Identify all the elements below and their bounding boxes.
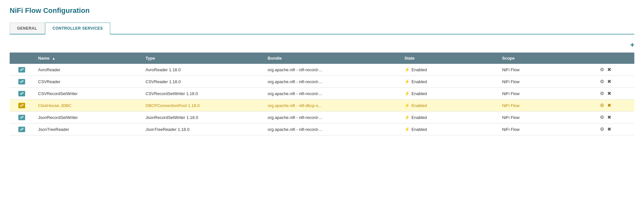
configure-icon[interactable]: ⚙	[600, 91, 604, 96]
disable-icon[interactable]: ✖	[607, 102, 611, 108]
state-lightning-icon: ⚡	[404, 79, 410, 84]
row-state: ⚡ Enabled	[400, 76, 497, 88]
col-name[interactable]: Name ▲	[34, 53, 141, 64]
disable-icon[interactable]: ✖	[607, 79, 611, 84]
state-lightning-icon: ⚡	[404, 115, 410, 120]
tab-general[interactable]: GENERAL	[10, 23, 44, 34]
configure-icon[interactable]: ⚙	[600, 102, 604, 108]
row-bundle: org.apache.nifi - nifi-record-...	[263, 123, 400, 135]
row-bundle: org.apache.nifi - nifi-record-...	[263, 76, 400, 88]
state-label: Enabled	[411, 67, 427, 72]
row-state: ⚡ Enabled	[400, 100, 497, 112]
row-bundle: org.apache.nifi - nifi-record-...	[263, 64, 400, 76]
row-actions: ⚙ ✖	[595, 100, 634, 112]
row-scope: NiFi Flow	[497, 76, 595, 88]
disable-icon[interactable]: ✖	[607, 67, 611, 73]
row-actions: ⚙ ✖	[595, 112, 634, 123]
state-label: Enabled	[411, 91, 427, 96]
row-service-icon: ☍	[10, 123, 34, 135]
state-label: Enabled	[411, 79, 427, 84]
state-lightning-icon: ⚡	[404, 91, 410, 96]
table-row[interactable]: ☍ ClickHouse JDBC DBCPConnectionPool 1.1…	[10, 100, 634, 112]
row-scope: NiFi Flow	[497, 64, 595, 76]
configure-icon[interactable]: ⚙	[600, 126, 604, 132]
state-label: Enabled	[411, 103, 427, 108]
row-name: ClickHouse JDBC	[34, 100, 141, 112]
tabs-bar: GENERAL CONTROLLER SERVICES	[10, 23, 634, 34]
row-name: JsonTreeReader	[34, 123, 141, 135]
row-actions: ⚙ ✖	[595, 64, 634, 76]
row-service-icon: ☍	[10, 88, 34, 100]
col-scope: Scope	[497, 53, 595, 64]
table-row[interactable]: ☍ CSVRecordSetWriter CSVRecordSetWriter …	[10, 88, 634, 100]
table-row[interactable]: ☍ AvroReader AvroReader 1.18.0 org.apach…	[10, 64, 634, 76]
row-scope: NiFi Flow	[497, 123, 595, 135]
row-state: ⚡ Enabled	[400, 112, 497, 123]
state-lightning-icon: ⚡	[404, 103, 410, 108]
row-service-icon: ☍	[10, 76, 34, 88]
toolbar: +	[10, 41, 634, 49]
configure-icon[interactable]: ⚙	[600, 79, 604, 84]
row-name: AvroReader	[34, 64, 141, 76]
row-type: JsonTreeReader 1.18.0	[141, 123, 263, 135]
col-state: State	[400, 53, 497, 64]
row-service-icon: ☍	[10, 112, 34, 123]
row-actions: ⚙ ✖	[595, 123, 634, 135]
row-state: ⚡ Enabled	[400, 123, 497, 135]
page-title: NiFi Flow Configuration	[10, 6, 634, 15]
row-type: AvroReader 1.18.0	[141, 64, 263, 76]
row-service-icon: ☍	[10, 100, 34, 112]
page-container: NiFi Flow Configuration GENERAL CONTROLL…	[0, 0, 644, 142]
table-row[interactable]: ☍ JsonRecordSetWriter JsonRecordSetWrite…	[10, 112, 634, 123]
row-name: CSVRecordSetWriter	[34, 88, 141, 100]
state-lightning-icon: ⚡	[404, 67, 410, 72]
disable-icon[interactable]: ✖	[607, 91, 611, 96]
row-state: ⚡ Enabled	[400, 64, 497, 76]
configure-icon[interactable]: ⚙	[600, 114, 604, 120]
add-button[interactable]: +	[630, 41, 634, 49]
services-table: Name ▲ Type Bundle State Scope ☍ AvroRea…	[10, 53, 634, 135]
row-scope: NiFi Flow	[497, 100, 595, 112]
col-bundle: Bundle	[263, 53, 400, 64]
col-actions	[595, 53, 634, 64]
row-scope: NiFi Flow	[497, 88, 595, 100]
row-name: CSVReader	[34, 76, 141, 88]
table-row[interactable]: ☍ CSVReader CSVReader 1.18.0 org.apache.…	[10, 76, 634, 88]
row-bundle: org.apache.nifi - nifi-record-...	[263, 88, 400, 100]
col-type: Type	[141, 53, 263, 64]
row-actions: ⚙ ✖	[595, 88, 634, 100]
state-lightning-icon: ⚡	[404, 127, 410, 132]
state-label: Enabled	[411, 127, 427, 132]
row-service-icon: ☍	[10, 64, 34, 76]
row-type: DBCPConnectionPool 1.18.0	[141, 100, 263, 112]
row-actions: ⚙ ✖	[595, 76, 634, 88]
disable-icon[interactable]: ✖	[607, 126, 611, 132]
row-type: JsonRecordSetWriter 1.18.0	[141, 112, 263, 123]
sort-arrow-name: ▲	[52, 56, 55, 60]
row-bundle: org.apache.nifi - nifi-record-...	[263, 112, 400, 123]
configure-icon[interactable]: ⚙	[600, 67, 604, 73]
tab-controller-services[interactable]: CONTROLLER SERVICES	[45, 23, 110, 34]
table-row[interactable]: ☍ JsonTreeReader JsonTreeReader 1.18.0 o…	[10, 123, 634, 135]
disable-icon[interactable]: ✖	[607, 114, 611, 120]
state-label: Enabled	[411, 115, 427, 120]
table-header: Name ▲ Type Bundle State Scope	[10, 53, 634, 64]
row-bundle: org.apache.nifi - nifi-dbcp-s...	[263, 100, 400, 112]
row-state: ⚡ Enabled	[400, 88, 497, 100]
row-type: CSVReader 1.18.0	[141, 76, 263, 88]
row-type: CSVRecordSetWriter 1.18.0	[141, 88, 263, 100]
col-icon	[10, 53, 34, 64]
row-scope: NiFi Flow	[497, 112, 595, 123]
table-body: ☍ AvroReader AvroReader 1.18.0 org.apach…	[10, 64, 634, 135]
row-name: JsonRecordSetWriter	[34, 112, 141, 123]
